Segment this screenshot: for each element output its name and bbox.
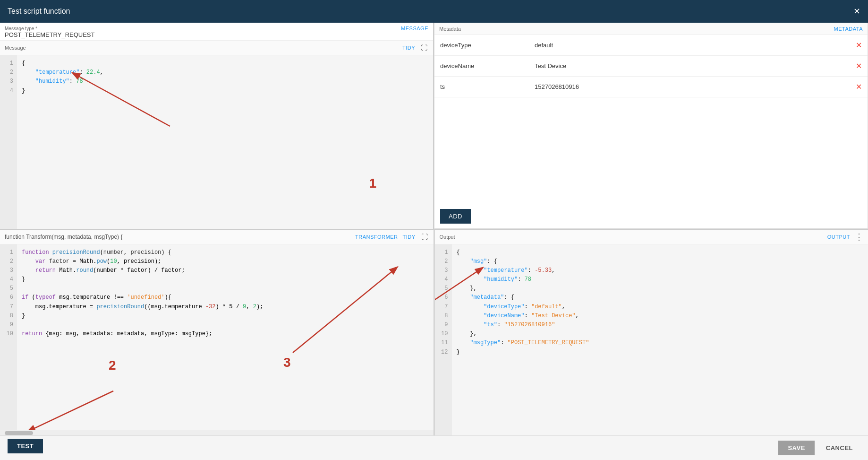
- transformer-code-content: function precisionRound(number, precisio…: [17, 244, 434, 430]
- metadata-rows: deviceType default ✕ deviceName Test Dev…: [434, 35, 868, 204]
- metadata-header: Metadata METADATA: [434, 23, 868, 35]
- message-line-numbers: 1 2 3 4: [0, 55, 17, 229]
- message-editor-label: Message: [5, 45, 26, 51]
- save-button[interactable]: SAVE: [778, 441, 814, 455]
- metadata-val-ts: 1527026810916: [535, 83, 851, 90]
- cancel-button[interactable]: CANCEL: [818, 441, 860, 455]
- transformer-button[interactable]: TRANSFORMER: [355, 234, 398, 240]
- output-code-content: { "msg": { "temperature": -5.33, "humidi…: [452, 244, 868, 436]
- message-type-section: Message type * MESSAGE POST_TELEMETRY_RE…: [0, 23, 433, 41]
- message-code-content: { "temperature": 22.4, "humidity": 78 }: [17, 55, 433, 229]
- metadata-panel: Metadata METADATA deviceType default ✕ d…: [434, 23, 868, 229]
- metadata-key-devicetype: deviceType: [440, 42, 535, 49]
- metadata-val-devicename: Test Device: [535, 62, 851, 69]
- metadata-row-devicename: deviceName Test Device ✕: [434, 56, 868, 77]
- output-header: Output OUTPUT ⋮: [435, 230, 868, 244]
- test-button[interactable]: TEST: [8, 439, 43, 453]
- output-code-area[interactable]: 1 2 3 4 5 6 7 8 9 10 11 12 { "msg": {: [435, 244, 868, 436]
- output-panel: Output OUTPUT ⋮ 1 2 3 4 5 6 7: [434, 230, 868, 436]
- message-type-value: POST_TELEMETRY_REQUEST: [5, 31, 428, 38]
- message-type-label: Message type *: [5, 26, 37, 31]
- output-line-numbers: 1 2 3 4 5 6 7 8 9 10 11 12: [435, 244, 452, 436]
- dialog-title: Test script function: [8, 7, 70, 16]
- transformer-header: function Transform(msg, metadata, msgTyp…: [0, 230, 434, 244]
- metadata-row-ts: ts 1527026810916 ✕: [434, 77, 868, 97]
- message-editor-header: Message TIDY ⛶: [0, 41, 433, 55]
- message-button[interactable]: MESSAGE: [401, 26, 428, 31]
- close-icon[interactable]: ✕: [853, 7, 860, 16]
- delete-devicename-icon[interactable]: ✕: [856, 61, 862, 70]
- output-label: Output: [440, 234, 455, 240]
- message-code-area[interactable]: 1 2 3 4 { "temperature": 22.4, "humidity…: [0, 55, 433, 229]
- dialog-header: Test script function ✕: [0, 0, 868, 23]
- transformer-fn-label: function Transform(msg, metadata, msgTyp…: [5, 234, 122, 240]
- expand-icon-output[interactable]: ⋮: [855, 233, 863, 241]
- metadata-key-devicename: deviceName: [440, 62, 535, 69]
- tidy-button-transformer[interactable]: TIDY: [402, 234, 415, 240]
- message-panel: Message type * MESSAGE POST_TELEMETRY_RE…: [0, 23, 434, 229]
- expand-icon-message[interactable]: ⛶: [420, 43, 428, 52]
- metadata-section-label: Metadata: [439, 26, 461, 32]
- metadata-key-ts: ts: [440, 83, 535, 90]
- metadata-action-btn[interactable]: METADATA: [834, 26, 863, 32]
- delete-devicetype-icon[interactable]: ✕: [856, 41, 862, 50]
- transformer-panel: function Transform(msg, metadata, msgTyp…: [0, 230, 434, 436]
- annotation-2: 2: [109, 358, 116, 373]
- add-metadata-button[interactable]: ADD: [440, 209, 471, 224]
- annotation-1: 1: [369, 176, 376, 191]
- tidy-button-message[interactable]: TIDY: [402, 45, 415, 51]
- metadata-row-devicetype: deviceType default ✕: [434, 35, 868, 56]
- transformer-scrollbar[interactable]: [0, 430, 434, 435]
- output-button[interactable]: OUTPUT: [827, 234, 850, 240]
- dialog-footer: TEST SAVE CANCEL: [0, 435, 868, 460]
- transformer-line-numbers: 1 2 3 4 5 6 7 8 9 10: [0, 244, 17, 430]
- expand-icon-transformer[interactable]: ⛶: [420, 233, 429, 241]
- transformer-code-area[interactable]: 1 2 3 4 5 6 7 8 9 10 function precisionR…: [0, 244, 434, 430]
- metadata-val-devicetype: default: [535, 42, 851, 49]
- delete-ts-icon[interactable]: ✕: [856, 82, 862, 91]
